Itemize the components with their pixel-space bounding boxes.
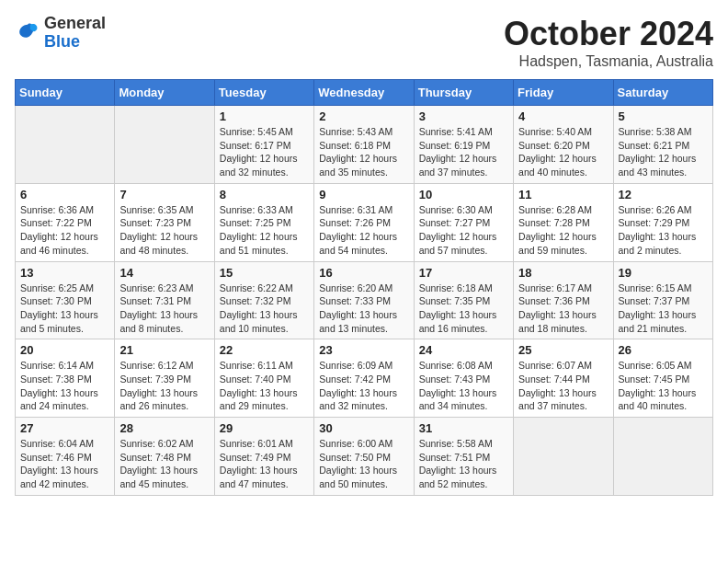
calendar-cell: 29Sunrise: 6:01 AMSunset: 7:49 PMDayligh… xyxy=(214,418,313,496)
day-number: 18 xyxy=(518,266,608,280)
day-info: Sunrise: 6:04 AMSunset: 7:46 PMDaylight:… xyxy=(20,437,109,491)
calendar-week-5: 27Sunrise: 6:04 AMSunset: 7:46 PMDayligh… xyxy=(16,418,713,496)
calendar-cell: 14Sunrise: 6:23 AMSunset: 7:31 PMDayligh… xyxy=(115,261,214,339)
day-info: Sunrise: 6:08 AMSunset: 7:43 PMDaylight:… xyxy=(419,359,508,413)
logo: General Blue xyxy=(15,15,106,52)
calendar-cell: 28Sunrise: 6:02 AMSunset: 7:48 PMDayligh… xyxy=(115,418,214,496)
calendar-cell: 3Sunrise: 5:41 AMSunset: 6:19 PMDaylight… xyxy=(414,106,513,184)
day-info: Sunrise: 5:45 AMSunset: 6:17 PMDaylight:… xyxy=(220,125,309,179)
day-info: Sunrise: 6:15 AMSunset: 7:37 PMDaylight:… xyxy=(619,282,708,336)
day-number: 24 xyxy=(419,343,508,357)
day-number: 13 xyxy=(20,266,109,280)
day-info: Sunrise: 6:30 AMSunset: 7:27 PMDaylight:… xyxy=(419,203,508,258)
day-number: 2 xyxy=(319,109,408,123)
calendar-week-1: 1Sunrise: 5:45 AMSunset: 6:17 PMDaylight… xyxy=(16,106,713,184)
calendar-cell: 13Sunrise: 6:25 AMSunset: 7:30 PMDayligh… xyxy=(16,261,115,339)
day-number: 12 xyxy=(619,188,708,201)
day-info: Sunrise: 6:00 AMSunset: 7:50 PMDaylight:… xyxy=(319,437,408,491)
day-info: Sunrise: 6:07 AMSunset: 7:44 PMDaylight:… xyxy=(518,359,608,413)
day-number: 11 xyxy=(518,188,608,201)
day-info: Sunrise: 6:35 AMSunset: 7:23 PMDaylight:… xyxy=(119,203,209,258)
day-number: 20 xyxy=(20,343,109,357)
day-number: 5 xyxy=(619,109,708,123)
day-info: Sunrise: 6:14 AMSunset: 7:38 PMDaylight:… xyxy=(20,359,109,413)
day-number: 9 xyxy=(319,188,408,201)
calendar-cell: 5Sunrise: 5:38 AMSunset: 6:21 PMDaylight… xyxy=(613,106,712,184)
calendar-cell: 22Sunrise: 6:11 AMSunset: 7:40 PMDayligh… xyxy=(214,339,313,418)
calendar-cell: 31Sunrise: 5:58 AMSunset: 7:51 PMDayligh… xyxy=(414,418,513,496)
day-number: 22 xyxy=(220,343,309,357)
day-number: 26 xyxy=(619,343,708,357)
day-header-thursday: Thursday xyxy=(414,80,513,106)
calendar-week-2: 6Sunrise: 6:36 AMSunset: 7:22 PMDaylight… xyxy=(16,183,713,261)
day-info: Sunrise: 6:11 AMSunset: 7:40 PMDaylight:… xyxy=(220,359,309,413)
day-number: 7 xyxy=(119,188,209,201)
calendar-cell: 8Sunrise: 6:33 AMSunset: 7:25 PMDaylight… xyxy=(214,183,313,261)
day-info: Sunrise: 6:09 AMSunset: 7:42 PMDaylight:… xyxy=(319,359,408,413)
calendar-cell: 16Sunrise: 6:20 AMSunset: 7:33 PMDayligh… xyxy=(314,261,414,339)
calendar-week-4: 20Sunrise: 6:14 AMSunset: 7:38 PMDayligh… xyxy=(16,339,713,418)
calendar-cell: 24Sunrise: 6:08 AMSunset: 7:43 PMDayligh… xyxy=(414,339,513,418)
day-info: Sunrise: 5:38 AMSunset: 6:21 PMDaylight:… xyxy=(619,125,708,179)
calendar-cell: 6Sunrise: 6:36 AMSunset: 7:22 PMDaylight… xyxy=(16,183,115,261)
day-number: 30 xyxy=(319,421,408,435)
calendar-cell: 15Sunrise: 6:22 AMSunset: 7:32 PMDayligh… xyxy=(214,261,313,339)
calendar-cell: 17Sunrise: 6:18 AMSunset: 7:35 PMDayligh… xyxy=(414,261,513,339)
logo-text: General Blue xyxy=(44,15,106,52)
day-info: Sunrise: 6:12 AMSunset: 7:39 PMDaylight:… xyxy=(119,359,209,413)
day-number: 27 xyxy=(20,421,109,435)
day-info: Sunrise: 6:01 AMSunset: 7:49 PMDaylight:… xyxy=(220,437,309,491)
day-header-tuesday: Tuesday xyxy=(214,80,313,106)
calendar-cell xyxy=(613,418,712,496)
day-number: 8 xyxy=(220,188,309,201)
day-number: 23 xyxy=(319,343,408,357)
title-area: October 2024 Hadspen, Tasmania, Australi… xyxy=(504,15,713,70)
day-number: 3 xyxy=(419,109,508,123)
day-header-wednesday: Wednesday xyxy=(314,80,414,106)
day-info: Sunrise: 6:05 AMSunset: 7:45 PMDaylight:… xyxy=(619,359,708,413)
day-header-friday: Friday xyxy=(514,80,613,106)
calendar-cell: 26Sunrise: 6:05 AMSunset: 7:45 PMDayligh… xyxy=(613,339,712,418)
day-info: Sunrise: 6:36 AMSunset: 7:22 PMDaylight:… xyxy=(20,203,109,258)
day-info: Sunrise: 6:22 AMSunset: 7:32 PMDaylight:… xyxy=(220,282,309,336)
day-info: Sunrise: 5:41 AMSunset: 6:19 PMDaylight:… xyxy=(419,125,508,179)
day-number: 19 xyxy=(619,266,708,280)
calendar-cell: 11Sunrise: 6:28 AMSunset: 7:28 PMDayligh… xyxy=(514,183,613,261)
day-info: Sunrise: 6:23 AMSunset: 7:31 PMDaylight:… xyxy=(119,282,209,336)
calendar-cell: 25Sunrise: 6:07 AMSunset: 7:44 PMDayligh… xyxy=(514,339,613,418)
day-number: 21 xyxy=(119,343,209,357)
day-number: 14 xyxy=(119,266,209,280)
calendar-cell: 9Sunrise: 6:31 AMSunset: 7:26 PMDaylight… xyxy=(314,183,414,261)
calendar-cell: 18Sunrise: 6:17 AMSunset: 7:36 PMDayligh… xyxy=(514,261,613,339)
calendar-title: October 2024 xyxy=(504,15,713,53)
day-info: Sunrise: 5:58 AMSunset: 7:51 PMDaylight:… xyxy=(419,437,508,491)
calendar-cell xyxy=(115,106,214,184)
calendar-cell: 23Sunrise: 6:09 AMSunset: 7:42 PMDayligh… xyxy=(314,339,414,418)
calendar-subtitle: Hadspen, Tasmania, Australia xyxy=(504,53,713,70)
calendar-cell: 19Sunrise: 6:15 AMSunset: 7:37 PMDayligh… xyxy=(613,261,712,339)
calendar-cell: 21Sunrise: 6:12 AMSunset: 7:39 PMDayligh… xyxy=(115,339,214,418)
day-info: Sunrise: 6:33 AMSunset: 7:25 PMDaylight:… xyxy=(220,203,309,258)
calendar-cell xyxy=(16,106,115,184)
day-info: Sunrise: 6:18 AMSunset: 7:35 PMDaylight:… xyxy=(419,282,508,336)
day-header-monday: Monday xyxy=(115,80,214,106)
calendar-cell: 7Sunrise: 6:35 AMSunset: 7:23 PMDaylight… xyxy=(115,183,214,261)
calendar-cell: 20Sunrise: 6:14 AMSunset: 7:38 PMDayligh… xyxy=(16,339,115,418)
day-number: 1 xyxy=(220,109,309,123)
day-number: 28 xyxy=(119,421,209,435)
day-number: 25 xyxy=(518,343,608,357)
day-number: 31 xyxy=(419,421,508,435)
day-info: Sunrise: 6:28 AMSunset: 7:28 PMDaylight:… xyxy=(518,203,608,258)
day-info: Sunrise: 6:20 AMSunset: 7:33 PMDaylight:… xyxy=(319,282,408,336)
day-number: 15 xyxy=(220,266,309,280)
calendar-body: 1Sunrise: 5:45 AMSunset: 6:17 PMDaylight… xyxy=(16,106,713,496)
day-info: Sunrise: 5:40 AMSunset: 6:20 PMDaylight:… xyxy=(518,125,608,179)
day-number: 29 xyxy=(220,421,309,435)
day-header-sunday: Sunday xyxy=(16,80,115,106)
day-info: Sunrise: 6:17 AMSunset: 7:36 PMDaylight:… xyxy=(518,282,608,336)
calendar-cell: 10Sunrise: 6:30 AMSunset: 7:27 PMDayligh… xyxy=(414,183,513,261)
calendar-cell: 1Sunrise: 5:45 AMSunset: 6:17 PMDaylight… xyxy=(214,106,313,184)
logo-bird-icon xyxy=(15,20,40,46)
calendar-week-3: 13Sunrise: 6:25 AMSunset: 7:30 PMDayligh… xyxy=(16,261,713,339)
day-number: 6 xyxy=(20,188,109,201)
